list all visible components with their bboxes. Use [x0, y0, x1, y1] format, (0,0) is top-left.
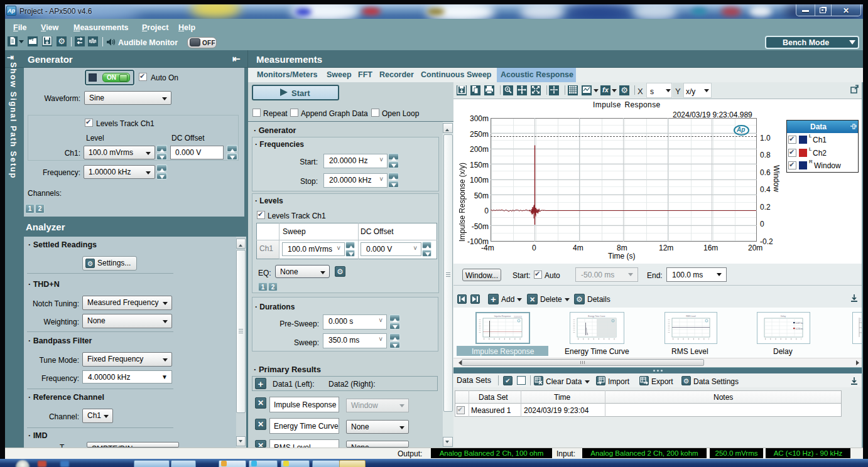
svg-text:2024/03/19: 2024/03/19	[514, 316, 523, 318]
svg-text:0.467 ms: 0.467 ms	[796, 322, 803, 325]
svg-text:Energy Time Curve: Energy Time Curve	[588, 315, 605, 318]
svg-text:RMS Level: RMS Level	[686, 315, 696, 318]
svg-text:Delay: Delay	[781, 315, 786, 318]
svg-text:0.233 ms: 0.233 ms	[796, 328, 803, 330]
svg-text:Impulse Response: Impulse Response	[494, 315, 511, 318]
